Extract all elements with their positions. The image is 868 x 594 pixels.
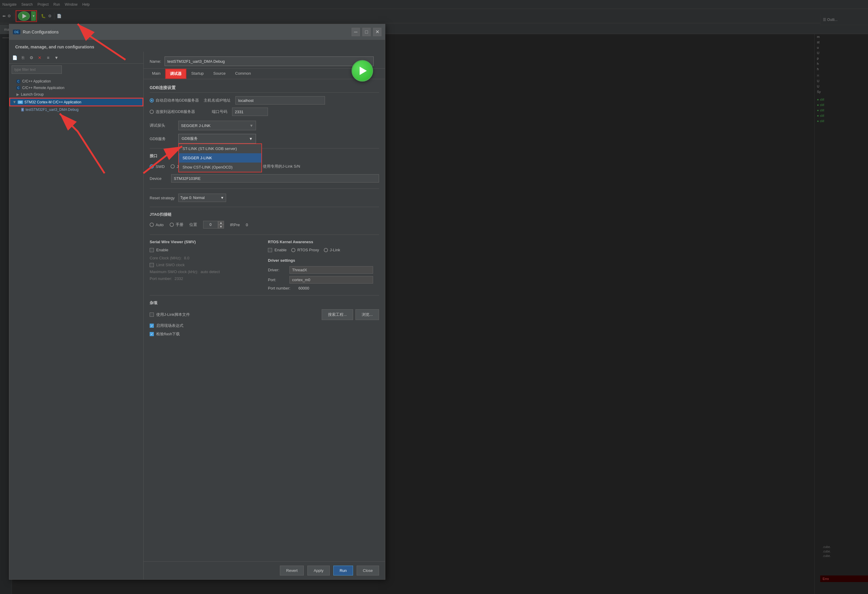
port-number-label: 端口号码 bbox=[212, 109, 227, 114]
gdb-server-dropdown[interactable]: GDB服务 ▼ bbox=[178, 134, 256, 143]
gdb-radio-remote[interactable]: 连接到远程GDB服务器 bbox=[150, 109, 195, 114]
config-content: GDB连接设置 自动启动本地GDB服务器 主机名或IP地址 bbox=[144, 79, 385, 561]
rtos-enable-checkbox[interactable]: Enable bbox=[268, 248, 286, 252]
tree-item-stm32[interactable]: ▼ DE STM32 Cortex-M C/C++ Application bbox=[9, 98, 143, 106]
tree-item-cpp-remote[interactable]: C C/C++ Remote Application bbox=[9, 84, 143, 91]
dialog-controls: ─ □ ✕ bbox=[351, 28, 381, 36]
tree-panel: 📄 ⎘ ⚙ ✕ ≡ ▼ C C/C++ Application bbox=[9, 52, 144, 579]
revert-button[interactable]: Revert bbox=[280, 566, 304, 575]
tree-copy-button[interactable]: ⎘ bbox=[19, 54, 27, 61]
rtos-driver-section: RTOS Kernel Awareness Enable RTOS Proxy bbox=[268, 239, 379, 290]
dialog-description: Create, manage, and run configurations bbox=[9, 40, 385, 52]
gdb-server-popup: ST-LINK (ST-LINK GDB server) SEGGER J-LI… bbox=[178, 143, 262, 172]
gdb-radio-remote-label: 连接到远程GDB服务器 bbox=[156, 109, 195, 114]
flash-check-label: 检验flash下载 bbox=[156, 331, 180, 337]
reset-dropdown[interactable]: Type 0: Normal ▼ bbox=[178, 194, 226, 202]
rtos-proxy-radio[interactable]: RTOS Proxy bbox=[291, 248, 319, 252]
tree-item-cpp-remote-label: C/C++ Remote Application bbox=[22, 86, 64, 90]
gdb-radio-remote-circle bbox=[150, 110, 154, 114]
close-button-footer[interactable]: Close bbox=[357, 566, 379, 575]
tree-filter-row bbox=[9, 64, 143, 75]
port-label: Port: bbox=[268, 278, 286, 282]
jtag-manual-radio[interactable]: 手册 bbox=[170, 222, 183, 228]
limit-swo-box bbox=[150, 263, 154, 267]
config-name-input[interactable] bbox=[165, 56, 373, 66]
gdb-radio-local-circle bbox=[150, 98, 154, 102]
jlink-script-checkbox[interactable]: 使用J-Link脚本文件 bbox=[150, 312, 190, 317]
position-up-button[interactable]: ▲ bbox=[218, 221, 224, 225]
misc-section: 杂项 使用J-Link脚本文件 搜索工程... 浏览... bbox=[150, 300, 379, 337]
run-button-footer[interactable]: Run bbox=[333, 566, 353, 575]
config-tab-startup[interactable]: Startup bbox=[186, 69, 208, 79]
limit-swo-checkbox[interactable]: Limit SWO clock bbox=[150, 263, 261, 267]
reset-label: Reset strategy bbox=[150, 196, 175, 200]
big-run-button[interactable] bbox=[351, 60, 373, 81]
config-tab-debugger[interactable]: 调试器 bbox=[165, 69, 186, 79]
driver-port-number-row: Port number: 60000 bbox=[268, 286, 379, 290]
hostname-input[interactable] bbox=[235, 96, 325, 105]
config-tab-source-label: Source bbox=[213, 71, 226, 75]
tree-collapse-button[interactable]: ≡ bbox=[44, 54, 52, 61]
position-stepper: ▲ ▼ bbox=[203, 221, 224, 229]
reset-dropdown-arrow-icon: ▼ bbox=[220, 196, 224, 200]
divider-5 bbox=[150, 295, 379, 296]
config-tab-source[interactable]: Source bbox=[208, 69, 230, 79]
dialog-maximize-button[interactable]: □ bbox=[362, 28, 371, 36]
config-tab-common-label: Common bbox=[235, 71, 251, 75]
stm32-icon: DE bbox=[18, 100, 23, 104]
irpre-label: IRPre bbox=[230, 223, 240, 227]
position-down-button[interactable]: ▼ bbox=[218, 225, 224, 229]
reset-value: Type 0: Normal bbox=[180, 196, 205, 200]
jtag-section: JTAG扫描链 Auto 手册 位置 bbox=[150, 212, 379, 229]
gdb-popup-openocd[interactable]: Show CST-LINK (OpenOCD) bbox=[179, 163, 261, 172]
tree-filter-button[interactable]: ⚙ bbox=[28, 54, 35, 61]
tree-delete-button[interactable]: ✕ bbox=[36, 54, 43, 61]
gdb-connection-section: GDB连接设置 自动启动本地GDB服务器 主机名或IP地址 bbox=[150, 85, 379, 116]
tree-item-stm32-label: STM32 Cortex-M C/C++ Application bbox=[24, 100, 81, 104]
launch-group-icon: ▶ bbox=[16, 92, 19, 96]
rtos-jlink-radio[interactable]: J-Link bbox=[324, 248, 340, 252]
swd-radio[interactable]: SWD bbox=[150, 164, 165, 169]
jlink-sn-checkbox[interactable]: 使用专用的J-Link S/N bbox=[256, 164, 300, 169]
tree-item-launch-group[interactable]: ▶ Launch Group bbox=[9, 91, 143, 98]
dialog-minimize-button[interactable]: ─ bbox=[351, 28, 360, 36]
config-tabs: Main 调试器 Startup Source Common bbox=[144, 69, 385, 79]
debug-probe-dropdown[interactable]: SEGGER J-LINK ▼ bbox=[178, 121, 256, 130]
position-input[interactable] bbox=[203, 221, 218, 229]
tree-filter-input[interactable] bbox=[12, 65, 62, 74]
gdb-popup-stlink[interactable]: ST-LINK (ST-LINK GDB server) bbox=[179, 144, 261, 153]
swv-enable-checkbox[interactable]: Enable bbox=[150, 248, 261, 252]
dialog-titlebar: DE Run Configurations ─ □ ✕ bbox=[9, 24, 385, 40]
browse-button[interactable]: 浏览... bbox=[356, 309, 379, 320]
tree-new-button[interactable]: 📄 bbox=[11, 54, 18, 61]
jtag-auto-radio[interactable]: Auto bbox=[150, 223, 164, 227]
tree-item-test-debug[interactable]: t testSTM32F1_uart3_DMA Debug bbox=[9, 106, 143, 113]
search-project-button[interactable]: 搜索工程... bbox=[322, 309, 353, 320]
rtos-enable-label: Enable bbox=[275, 248, 286, 252]
hostname-label: 主机名或IP地址 bbox=[204, 98, 230, 103]
config-tab-main[interactable]: Main bbox=[147, 69, 165, 79]
driver-label: Driver: bbox=[268, 268, 286, 272]
gdb-popup-segger[interactable]: SEGGER J-LINK bbox=[179, 153, 261, 163]
max-swo-value: auto detect bbox=[201, 269, 220, 274]
flash-check-checkbox[interactable]: 检验flash下载 bbox=[150, 331, 379, 337]
tree-item-cpp-app[interactable]: C C/C++ Application bbox=[9, 78, 143, 84]
dialog-close-button[interactable]: ✕ bbox=[373, 28, 381, 36]
live-expr-checkbox[interactable]: 启用现场表达式 bbox=[150, 323, 379, 328]
tree-more-button[interactable]: ▼ bbox=[53, 54, 60, 61]
tree-item-cpp-app-label: C/C++ Application bbox=[22, 79, 51, 83]
port-number-input[interactable] bbox=[232, 108, 268, 116]
config-tab-common[interactable]: Common bbox=[230, 69, 256, 79]
dialog-body: 📄 ⎘ ⚙ ✕ ≡ ▼ C C/C++ Application bbox=[9, 52, 385, 579]
apply-button[interactable]: Apply bbox=[307, 566, 330, 575]
gdb-radio-row-1: 自动启动本地GDB服务器 主机名或IP地址 bbox=[150, 96, 379, 105]
jtag-manual-circle bbox=[170, 223, 174, 227]
port-value: cortex_m0 bbox=[289, 276, 373, 284]
driver-port-number-value: 60000 bbox=[298, 286, 309, 290]
jtag-title: JTAG扫描链 bbox=[150, 212, 379, 217]
gdb-radio-local[interactable]: 自动启动本地GDB服务器 bbox=[150, 98, 199, 103]
jtag-manual-label: 手册 bbox=[176, 222, 183, 228]
rtos-proxy-circle bbox=[291, 248, 295, 252]
device-input[interactable] bbox=[171, 174, 379, 183]
swv-section: Serial Wire Viewer (SWV) Enable Core Clo… bbox=[150, 239, 261, 290]
